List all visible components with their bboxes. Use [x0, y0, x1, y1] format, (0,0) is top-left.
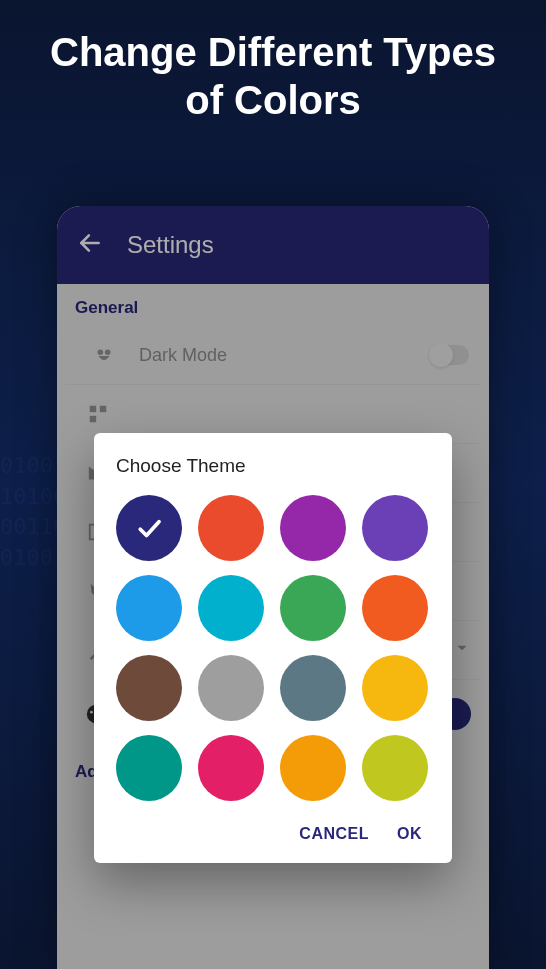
dialog-actions: CANCEL OK — [116, 817, 430, 853]
color-option-11[interactable] — [362, 655, 428, 721]
color-option-5[interactable] — [198, 575, 264, 641]
dialog-title: Choose Theme — [116, 455, 430, 477]
color-option-14[interactable] — [280, 735, 346, 801]
color-option-6[interactable] — [280, 575, 346, 641]
color-option-10[interactable] — [280, 655, 346, 721]
color-grid — [116, 495, 430, 801]
color-option-13[interactable] — [198, 735, 264, 801]
color-option-1[interactable] — [198, 495, 264, 561]
hero-headline: Change Different Types of Colors — [0, 0, 546, 144]
color-option-12[interactable] — [116, 735, 182, 801]
choose-theme-dialog: Choose Theme CANCEL OK — [94, 433, 452, 863]
color-option-8[interactable] — [116, 655, 182, 721]
color-option-4[interactable] — [116, 575, 182, 641]
cancel-button[interactable]: CANCEL — [299, 825, 369, 843]
color-option-9[interactable] — [198, 655, 264, 721]
color-option-15[interactable] — [362, 735, 428, 801]
color-option-7[interactable] — [362, 575, 428, 641]
color-option-2[interactable] — [280, 495, 346, 561]
color-option-0[interactable] — [116, 495, 182, 561]
ok-button[interactable]: OK — [397, 825, 422, 843]
color-option-3[interactable] — [362, 495, 428, 561]
